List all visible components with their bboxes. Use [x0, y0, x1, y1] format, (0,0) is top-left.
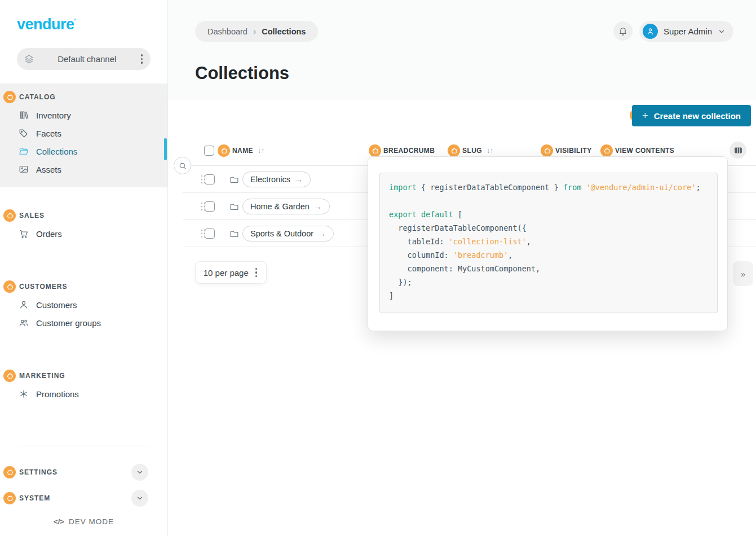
sidebar-item-label: Promotions — [36, 389, 79, 399]
sidebar-item-customers[interactable]: Customers — [0, 296, 167, 314]
items-per-page-select[interactable]: 10 per page — [195, 261, 267, 284]
ui-extension-badge-icon — [3, 492, 16, 504]
image-icon — [19, 164, 29, 174]
active-item-indicator — [164, 138, 167, 160]
channel-label: Default channel — [34, 54, 140, 64]
chevron-down-icon — [718, 28, 726, 36]
column-header-visibility[interactable]: VISIBILITY — [555, 147, 592, 155]
ui-extension-badge-icon — [3, 280, 16, 293]
tag-icon — [19, 128, 29, 138]
column-header-breadcrumb[interactable]: BREADCRUMB — [383, 147, 435, 155]
sort-icon[interactable]: ↓↑ — [258, 147, 264, 155]
search-button[interactable] — [174, 157, 191, 174]
sidebar-item-orders[interactable]: Orders — [0, 225, 167, 243]
code-block: import { registerDataTableComponent } fr… — [379, 173, 718, 313]
books-icon — [19, 110, 29, 120]
arrow-right-icon: → — [318, 229, 326, 238]
collection-link-chip[interactable]: Home & Garden → — [242, 199, 330, 214]
sidebar-item-assets[interactable]: Assets — [0, 160, 167, 178]
row-checkbox[interactable] — [205, 229, 215, 239]
ui-extension-badge-icon — [3, 370, 16, 382]
chevron-down-icon — [136, 468, 144, 476]
dev-mode-label: DEV MODE — [69, 517, 114, 526]
bell-icon — [618, 26, 628, 36]
channel-selector[interactable]: Default channel — [17, 48, 151, 70]
folder-open-icon — [19, 146, 29, 156]
notifications-button[interactable] — [613, 21, 633, 41]
folder-icon — [229, 175, 239, 184]
user-icon — [19, 300, 29, 310]
content-area: + Create new collection NAME ↓↑ BREADCRU… — [168, 99, 756, 536]
nav-section-customers: CUSTOMERS Customers Customer groups — [0, 274, 167, 339]
sidebar-item-label: Inventory — [36, 111, 71, 120]
settings-expand-button[interactable] — [131, 464, 148, 481]
vendure-logo: vendure' — [17, 16, 167, 33]
cart-icon — [19, 229, 29, 239]
nav-section-sales: SALES Orders — [0, 203, 167, 249]
chevron-down-icon — [136, 494, 144, 502]
sidebar-section-settings[interactable]: SETTINGS — [0, 463, 167, 481]
nav-section-marketing: MARKETING Promotions — [0, 363, 167, 410]
section-label-marketing: MARKETING — [19, 372, 65, 380]
collection-link-chip[interactable]: Sports & Outdoor → — [242, 226, 334, 241]
sidebar: vendure' Default channel CATALOG Invento… — [0, 0, 168, 536]
sidebar-item-label: Customer groups — [36, 318, 101, 328]
section-label-customers: CUSTOMERS — [19, 283, 67, 291]
sidebar-item-label: Assets — [36, 165, 61, 174]
arrow-right-icon: → — [295, 175, 303, 184]
row-checkbox[interactable] — [205, 174, 215, 184]
column-header-name[interactable]: NAME — [232, 147, 253, 155]
page-title: Collections — [195, 63, 289, 84]
column-settings-button[interactable] — [730, 142, 746, 159]
asterisk-icon — [19, 389, 29, 399]
ui-extension-badge-icon — [3, 466, 16, 478]
column-header-slug[interactable]: SLUG — [462, 147, 482, 155]
sidebar-item-promotions[interactable]: Promotions — [0, 385, 167, 403]
sidebar-divider — [17, 446, 149, 446]
sidebar-item-customer-groups[interactable]: Customer groups — [0, 314, 167, 332]
chevron-right-icon: › — [253, 27, 256, 37]
code-brackets-icon: </> — [54, 517, 64, 526]
collection-name: Home & Garden — [250, 202, 310, 211]
sidebar-item-label: Facets — [36, 129, 61, 138]
breadcrumb-current: Collections — [262, 27, 306, 36]
sort-icon[interactable]: ↓↑ — [487, 147, 493, 155]
section-label-catalog: CATALOG — [19, 93, 56, 101]
breadcrumb-dashboard-link[interactable]: Dashboard — [207, 27, 247, 36]
system-expand-button[interactable] — [131, 490, 148, 507]
user-name: Super Admin — [664, 27, 712, 36]
plus-icon: + — [642, 109, 648, 122]
nav-section-catalog: CATALOG Inventory Facets Collections Ass… — [0, 84, 167, 187]
kebab-menu-icon — [254, 266, 259, 279]
section-label-settings: SETTINGS — [19, 468, 58, 476]
page-header: Dashboard › Collections Super Admin Coll… — [168, 0, 756, 99]
columns-icon — [733, 146, 743, 155]
sidebar-section-system[interactable]: SYSTEM — [0, 489, 167, 507]
ui-extension-badge-icon — [218, 144, 230, 157]
create-new-collection-button[interactable]: + Create new collection — [632, 105, 751, 126]
column-header-view-contents[interactable]: VIEW CONTENTS — [615, 147, 674, 155]
sidebar-item-label: Orders — [36, 229, 62, 239]
ui-extension-badge-icon — [369, 144, 381, 157]
ui-extension-badge-icon — [448, 144, 460, 157]
folder-icon — [229, 202, 239, 212]
channel-menu-button[interactable] — [140, 52, 144, 66]
sidebar-item-facets[interactable]: Facets — [0, 124, 167, 142]
search-icon — [178, 161, 187, 170]
collection-name: Sports & Outdoor — [250, 229, 313, 238]
ui-extension-badge-icon — [541, 144, 553, 157]
collection-link-chip[interactable]: Electronics → — [242, 172, 311, 187]
sidebar-item-label: Customers — [36, 300, 77, 310]
next-page-button[interactable]: » — [733, 261, 753, 286]
sidebar-item-inventory[interactable]: Inventory — [0, 106, 167, 124]
breadcrumb: Dashboard › Collections — [195, 21, 318, 42]
select-all-checkbox[interactable] — [204, 146, 214, 156]
create-button-label: Create new collection — [654, 111, 741, 121]
row-checkbox[interactable] — [205, 201, 215, 212]
user-menu[interactable]: Super Admin — [639, 21, 733, 42]
users-icon — [19, 318, 29, 328]
sidebar-item-collections[interactable]: Collections — [0, 142, 167, 160]
dev-mode-toggle[interactable]: </> DEV MODE — [0, 517, 167, 526]
per-page-label: 10 per page — [204, 268, 249, 278]
folder-icon — [229, 229, 239, 239]
